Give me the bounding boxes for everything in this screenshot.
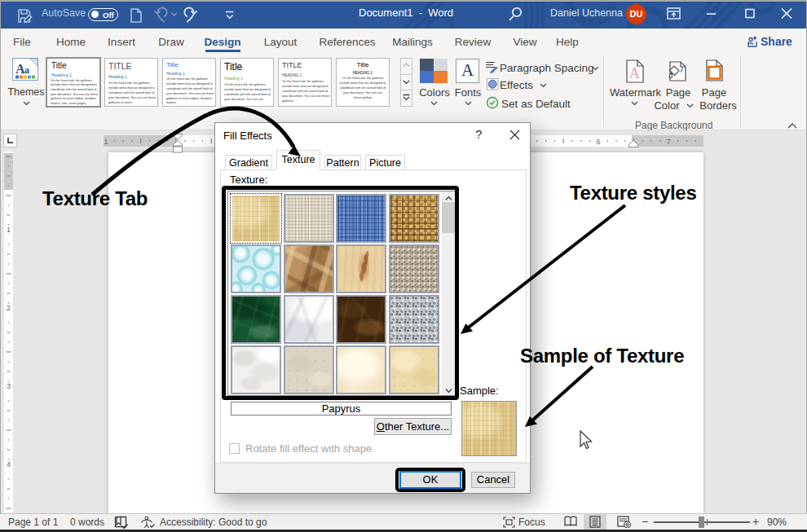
svg-text:1: 1 xyxy=(104,138,108,146)
svg-text:4: 4 xyxy=(7,460,11,468)
svg-text:A: A xyxy=(629,64,641,81)
svg-text:7: 7 xyxy=(666,138,670,146)
svg-text:1: 1 xyxy=(7,226,11,234)
svg-text:6: 6 xyxy=(596,138,600,146)
svg-text:3: 3 xyxy=(7,382,11,390)
svg-text:a: a xyxy=(24,64,29,76)
svg-text:2: 2 xyxy=(7,304,11,312)
